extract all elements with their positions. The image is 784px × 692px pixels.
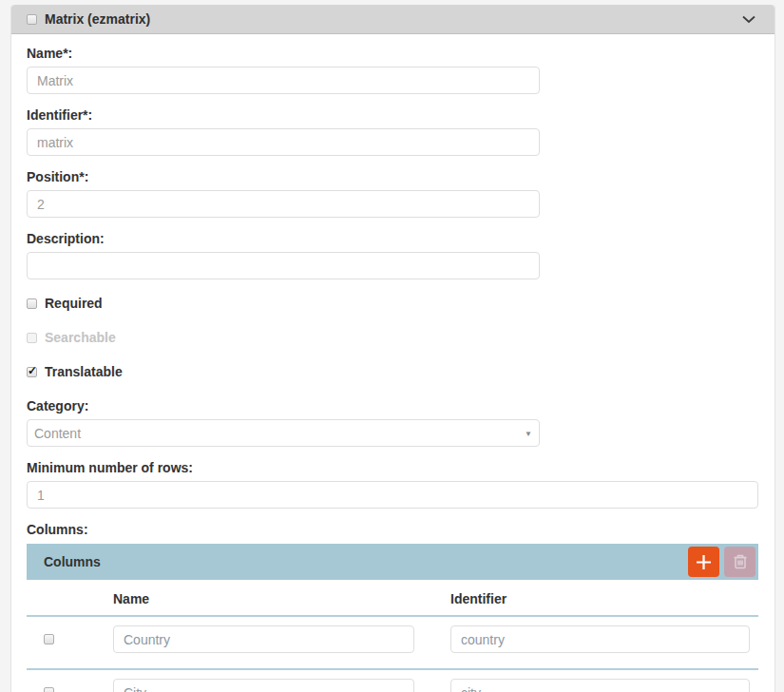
- column-identifier-input[interactable]: [450, 625, 750, 653]
- position-label: Position*:: [27, 169, 758, 184]
- description-label: Description:: [27, 231, 758, 246]
- required-checkbox[interactable]: [27, 298, 37, 309]
- name-input[interactable]: [27, 67, 540, 94]
- panel-title: Matrix (ezmatrix): [45, 11, 150, 27]
- min-rows-label: Minimum number of rows:: [27, 460, 758, 475]
- column-header-name: Name: [113, 591, 450, 606]
- category-select[interactable]: Content: [27, 419, 540, 447]
- columns-table: Columns: [27, 544, 758, 692]
- searchable-row: Searchable: [27, 330, 758, 345]
- searchable-label: Searchable: [45, 330, 116, 345]
- columns-table-head: Name Identifier: [27, 580, 758, 617]
- row-select-checkbox[interactable]: [44, 687, 54, 692]
- identifier-input[interactable]: [27, 128, 540, 156]
- translatable-checkbox[interactable]: [27, 367, 37, 377]
- row-select-checkbox[interactable]: [44, 634, 54, 644]
- table-row: [27, 670, 758, 692]
- column-name-input[interactable]: [113, 625, 414, 653]
- panel-header[interactable]: Matrix (ezmatrix): [11, 5, 774, 34]
- column-header-identifier: Identifier: [450, 591, 758, 606]
- trash-icon: [731, 552, 750, 571]
- translatable-label: Translatable: [45, 364, 123, 379]
- delete-column-button[interactable]: [724, 547, 755, 577]
- category-select-wrap: Content ▼: [27, 419, 540, 447]
- chevron-down-icon[interactable]: [742, 15, 755, 24]
- columns-table-header: Columns: [27, 544, 758, 580]
- column-name-input[interactable]: [113, 679, 414, 692]
- columns-actions: [688, 547, 755, 577]
- required-label: Required: [45, 296, 103, 311]
- column-identifier-input[interactable]: [450, 679, 750, 692]
- table-row: [27, 617, 758, 670]
- min-rows-input[interactable]: [27, 481, 758, 509]
- description-input[interactable]: [27, 252, 540, 279]
- searchable-checkbox: [27, 333, 37, 343]
- category-label: Category:: [27, 398, 758, 413]
- required-row: Required: [27, 296, 758, 311]
- position-input[interactable]: [27, 190, 540, 218]
- translatable-row: Translatable: [27, 364, 758, 379]
- plus-icon: [695, 553, 713, 571]
- field-definition-panel: Matrix (ezmatrix) Name*: Identifier*: Po…: [10, 5, 775, 692]
- columns-section-label: Columns:: [27, 522, 758, 537]
- identifier-label: Identifier*:: [27, 107, 758, 123]
- add-column-button[interactable]: [688, 547, 719, 577]
- panel-select-checkbox[interactable]: [27, 14, 37, 25]
- name-label: Name*:: [27, 46, 758, 61]
- columns-table-title: Columns: [44, 554, 101, 569]
